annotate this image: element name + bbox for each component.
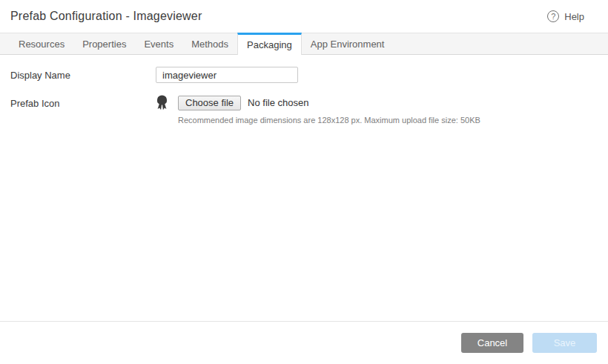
display-name-input[interactable] (156, 67, 298, 83)
help-question-icon: ? (547, 10, 559, 22)
tab-packaging[interactable]: Packaging (237, 33, 302, 55)
tab-resources[interactable]: Resources (10, 33, 73, 54)
upload-hint-text: Recommended image dimensions are 128x128… (178, 116, 480, 125)
help-button[interactable]: ? Help (547, 10, 584, 22)
prefab-configuration-dialog: Prefab Configuration - Imageviewer ? Hel… (0, 0, 608, 364)
dialog-header: Prefab Configuration - Imageviewer ? Hel… (0, 0, 608, 33)
cancel-button[interactable]: Cancel (461, 333, 523, 353)
tab-app-environment[interactable]: App Environment (302, 33, 394, 54)
file-chosen-status: No file chosen (248, 97, 308, 108)
tab-bar: Resources Properties Events Methods Pack… (0, 33, 608, 55)
award-badge-icon (156, 95, 168, 110)
choose-file-button[interactable]: Choose file (178, 96, 241, 110)
help-label: Help (564, 11, 584, 22)
tab-events[interactable]: Events (135, 33, 182, 54)
tab-properties[interactable]: Properties (73, 33, 135, 54)
page-title: Prefab Configuration - Imageviewer (10, 10, 202, 23)
prefab-icon-row: Prefab Icon (10, 95, 608, 125)
prefab-icon-label: Prefab Icon (10, 95, 156, 109)
display-name-row: Display Name (10, 67, 608, 83)
tab-methods[interactable]: Methods (182, 33, 237, 54)
dialog-footer: Cancel Save (0, 321, 608, 364)
display-name-label: Display Name (10, 67, 156, 81)
save-button[interactable]: Save (532, 333, 597, 353)
packaging-form: Display Name Prefab Icon (0, 55, 608, 125)
